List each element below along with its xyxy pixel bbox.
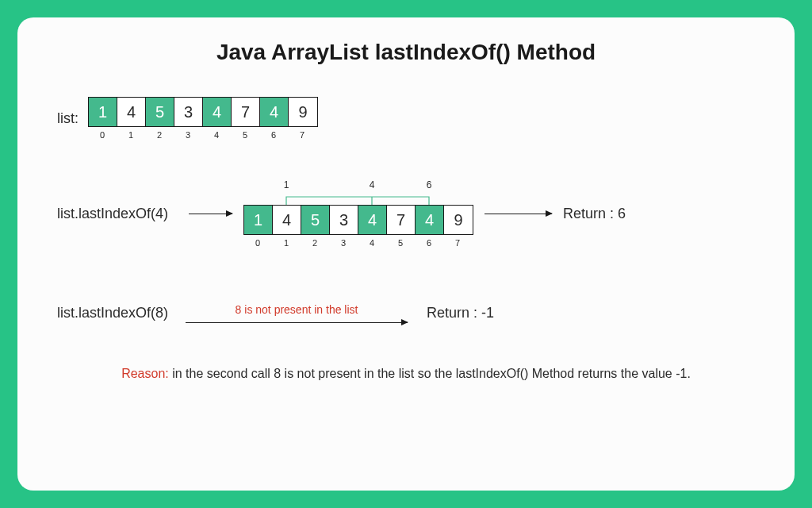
indices-1: 0 1 2 3 4 5 6 7	[88, 127, 318, 140]
reason-label: Reason:	[121, 367, 169, 380]
not-present-note: 8 is not present in the list	[236, 303, 358, 316]
cell: 5	[146, 98, 174, 126]
reason-body: in the second call 8 is not present in t…	[169, 367, 691, 380]
cell: 7	[387, 206, 416, 234]
cell: 9	[289, 98, 317, 126]
list-definition-row: list: 1 4 5 3 4 7 4 9 0 1 2 3 4 5 6 7	[57, 97, 755, 140]
cell: 4	[416, 206, 444, 234]
example-1-row: list.lastIndexOf(4) 1 4 6 1 4 5 3 4	[57, 179, 755, 248]
index-label: 5	[386, 235, 415, 248]
index-label: 1	[272, 235, 301, 248]
top-mark: 6	[415, 179, 443, 194]
arrow-icon	[189, 214, 232, 214]
call-label-2: list.lastIndexOf(8)	[57, 305, 168, 321]
index-label: 2	[301, 235, 329, 248]
call-label-1: list.lastIndexOf(4)	[57, 206, 168, 222]
array-column-2: 1 4 6 1 4 5 3 4 7 4 9 0	[243, 179, 473, 248]
index-label: 1	[117, 127, 145, 140]
return-1: Return : 6	[563, 206, 626, 222]
index-label: 0	[88, 127, 117, 140]
page-title: Java ArrayList lastIndexOf() Method	[57, 40, 755, 65]
return-2: Return : -1	[427, 305, 494, 321]
example-2-row: list.lastIndexOf(8) 8 is not present in …	[57, 303, 755, 323]
arrow-icon	[485, 214, 552, 214]
cell: 9	[444, 206, 473, 234]
index-label: 7	[288, 127, 316, 140]
bracket-connector	[243, 194, 472, 205]
index-label: 3	[329, 235, 358, 248]
array-2: 1 4 5 3 4 7 4 9	[243, 205, 473, 235]
array-wrap-1: 1 4 5 3 4 7 4 9 0 1 2 3 4 5 6 7	[88, 97, 318, 140]
cell: 1	[89, 98, 117, 126]
list-label: list:	[57, 110, 79, 127]
index-label: 3	[174, 127, 202, 140]
cell: 1	[244, 206, 273, 234]
cell: 7	[232, 98, 260, 126]
cell: 3	[174, 98, 203, 126]
index-label: 6	[259, 127, 288, 140]
top-mark: 4	[358, 179, 386, 194]
index-label: 5	[231, 127, 259, 140]
top-mark: 1	[272, 179, 301, 194]
index-label: 4	[202, 127, 231, 140]
index-label: 6	[415, 235, 443, 248]
cell: 4	[117, 98, 146, 126]
index-label: 7	[443, 235, 472, 248]
top-marks: 1 4 6	[243, 179, 472, 194]
arrow-icon	[186, 322, 408, 323]
cell: 4	[273, 206, 301, 234]
cell: 5	[301, 206, 330, 234]
index-label: 4	[358, 235, 386, 248]
indices-2: 0 1 2 3 4 5 6 7	[243, 235, 472, 248]
cell: 4	[203, 98, 232, 126]
arrow-with-note: 8 is not present in the list	[178, 303, 416, 323]
cell: 4	[358, 206, 387, 234]
cell: 4	[260, 98, 289, 126]
reason-text: Reason: in the second call 8 is not pres…	[57, 367, 755, 381]
index-label: 0	[243, 235, 272, 248]
index-label: 2	[145, 127, 174, 140]
array-1: 1 4 5 3 4 7 4 9	[88, 97, 318, 127]
cell: 3	[330, 206, 358, 234]
diagram-card: Java ArrayList lastIndexOf() Method list…	[17, 17, 795, 491]
